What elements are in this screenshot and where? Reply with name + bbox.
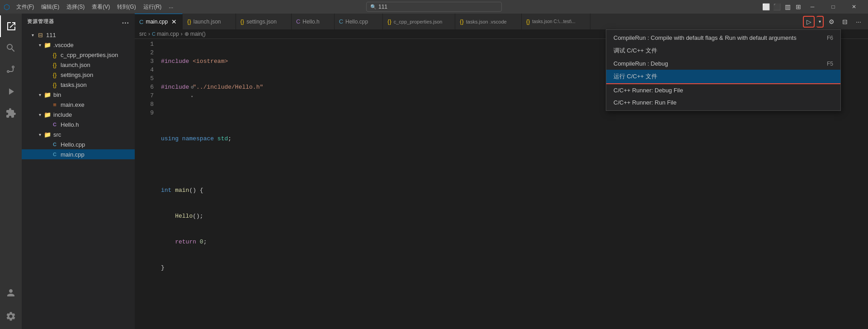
tab-label: c_cpp_properties.json <box>394 19 443 24</box>
activity-item-accounts[interactable] <box>0 282 22 304</box>
tree-item-label: launch.json <box>61 62 90 68</box>
breadcrumb-src[interactable]: src <box>139 31 146 37</box>
header-icon: C <box>51 120 59 129</box>
json-tab-icon: {} <box>526 18 530 25</box>
tree-item-label: bin <box>53 91 61 98</box>
dropdown-item-compilerun-default[interactable]: CompileRun : Compile with default flags … <box>606 32 840 44</box>
maximize-button[interactable]: □ <box>823 0 844 14</box>
code-text: #include "../include/Hello.h" <box>161 83 263 91</box>
cpp-icon: C <box>51 150 59 158</box>
tree-item-hello-h[interactable]: ▾ C Hello.h <box>22 119 135 129</box>
code-line-7: Hello(); <box>161 212 868 220</box>
code-text: int main() { <box>161 186 203 195</box>
json-icon: {} <box>51 61 59 69</box>
accounts-icon <box>5 287 16 298</box>
tab-tasks-json-vscode[interactable]: {} tasks.json .vscode ✕ <box>455 14 522 29</box>
menu-run[interactable]: 运行(R) <box>140 1 165 13</box>
editor-split-icon[interactable]: ⊟ <box>839 16 851 28</box>
tree-item-src[interactable]: ▾ 📁 src <box>22 129 135 139</box>
dropdown-item-label: 运行 C/C++ 文件 <box>613 72 657 81</box>
tab-hello-h[interactable]: C Hello.h ✕ <box>292 14 335 29</box>
run-triangle-icon: ▷ <box>807 18 811 25</box>
layout-panel-icon[interactable]: ⬛ <box>773 3 780 10</box>
tab-launch-json[interactable]: {} launch.json ✕ <box>183 14 236 29</box>
minimize-button[interactable]: ─ <box>802 0 823 14</box>
activity-item-explorer[interactable] <box>0 15 22 37</box>
run-button[interactable]: ▷ <box>803 16 815 28</box>
cpp-icon: C <box>51 140 59 148</box>
code-text: } <box>161 263 165 272</box>
exe-icon: ≡ <box>51 100 59 109</box>
tree-item-launch-json[interactable]: ▾ {} launch.json <box>22 60 135 70</box>
tab-label: launch.json <box>193 19 221 25</box>
menu-view[interactable]: 查看(V) <box>88 1 113 13</box>
menu-edit[interactable]: 编辑(E) <box>38 1 63 13</box>
tab-settings-json[interactable]: {} settings.json ✕ <box>236 14 292 29</box>
tree-item-label: include <box>53 111 72 118</box>
run-dropdown-button[interactable]: ▾ <box>816 16 824 28</box>
extensions-icon <box>5 108 16 119</box>
breadcrumb-symbol[interactable]: main() <box>190 31 206 37</box>
tree-item-include[interactable]: ▾ 📁 include <box>22 110 135 119</box>
tree-item-vscode[interactable]: ▾ 📁 .vscode <box>22 40 135 50</box>
tab-label: tasks.json C:\...test\... <box>532 19 576 24</box>
tree-root-111[interactable]: ▾ ⊟ 111 <box>22 30 135 40</box>
explorer-icon <box>6 21 17 32</box>
layout-sidebar-icon[interactable]: ⬜ <box>762 3 769 10</box>
dropdown-item-runner-run[interactable]: C/C++ Runner: Run File <box>606 96 840 109</box>
menu-more[interactable]: ... <box>165 1 177 13</box>
cpp-tab-icon: C <box>139 19 143 25</box>
global-search-bar[interactable]: 🔍 111 <box>366 2 502 12</box>
h-tab-icon: C <box>296 18 300 25</box>
tree-item-main-cpp[interactable]: ▾ C main.cpp <box>22 149 135 159</box>
tab-close-button[interactable]: ✕ <box>170 18 178 25</box>
breadcrumb-separator: › <box>148 31 150 37</box>
menu-select[interactable]: 选择(S) <box>63 1 88 13</box>
layout-grid-icon[interactable]: ⊞ <box>795 3 802 10</box>
tree-item-label: Hello.h <box>61 121 79 128</box>
dropdown-item-run-cpp[interactable]: 运行 C/C++ 文件 <box>606 70 840 84</box>
activity-item-extensions[interactable] <box>0 102 22 124</box>
dropdown-item-debug-cpp[interactable]: 调试 C/C++ 文件 <box>606 44 840 57</box>
tree-item-settings-json[interactable]: ▾ {} settings.json <box>22 70 135 80</box>
code-text: return 0; <box>161 238 207 246</box>
search-icon <box>5 43 16 53</box>
tab-c-cpp-properties[interactable]: {} c_cpp_properties.json ✕ <box>383 14 455 29</box>
sidebar-title: 资源管理器 ... <box>22 14 135 29</box>
menu-goto[interactable]: 转到(G) <box>113 1 139 13</box>
tabs-bar: C main.cpp ✕ {} launch.json ✕ {} setting… <box>135 14 868 29</box>
editor-more-icon[interactable]: ··· <box>853 16 864 28</box>
layout-right-icon[interactable]: ▥ <box>784 3 791 10</box>
sidebar-title-label: 资源管理器 <box>27 18 54 25</box>
editor-settings-icon[interactable]: ⚙ <box>826 16 837 28</box>
dropdown-item-label: C/C++ Runner: Debug File <box>613 87 683 94</box>
tree-item-hello-cpp[interactable]: ▾ C Hello.cpp <box>22 139 135 149</box>
dropdown-item-compilerun-debug[interactable]: CompileRun : Debug F5 <box>606 57 840 70</box>
tree-item-c-cpp-properties[interactable]: ▾ {} c_cpp_properties.json <box>22 50 135 60</box>
tab-hello-cpp[interactable]: C Hello.cpp ✕ <box>335 14 383 29</box>
tree-item-main-exe[interactable]: ▾ ≡ main.exe <box>22 100 135 110</box>
menu-file[interactable]: 文件(F) <box>13 1 38 13</box>
window-controls: ─ □ ✕ <box>802 0 864 14</box>
close-button[interactable]: ✕ <box>844 0 864 14</box>
activity-item-scm[interactable] <box>0 59 22 81</box>
dropdown-item-runner-debug[interactable]: C/C++ Runner: Debug File <box>606 84 840 96</box>
dropdown-item-label: CompileRun : Compile with default flags … <box>613 34 797 41</box>
tree-item-label: Hello.cpp <box>61 141 85 148</box>
activity-item-search[interactable] <box>0 37 22 59</box>
run-dropdown-menu: CompileRun : Compile with default flags … <box>606 29 841 111</box>
tab-label: main.cpp <box>146 19 168 25</box>
tab-tasks-json-path[interactable]: {} tasks.json C:\...test\... ✕ <box>522 14 590 29</box>
tab-main-cpp[interactable]: C main.cpp ✕ <box>135 14 183 29</box>
tree-item-tasks-json[interactable]: ▾ {} tasks.json <box>22 80 135 90</box>
sidebar-more-icon[interactable]: ... <box>122 17 129 25</box>
line-numbers: 1 2 3 4 5 6 7 8 9 <box>135 39 157 329</box>
tree-item-label: c_cpp_properties.json <box>61 52 118 58</box>
debug-icon <box>5 86 16 97</box>
breadcrumb-file[interactable]: main.cpp <box>157 31 179 37</box>
expand-arrow-icon: ▾ <box>36 111 43 118</box>
json-tab-icon: {} <box>187 18 191 25</box>
activity-item-debug[interactable] <box>0 81 22 102</box>
activity-item-settings[interactable] <box>0 305 22 327</box>
tree-item-bin[interactable]: ▾ 📁 bin <box>22 90 135 100</box>
